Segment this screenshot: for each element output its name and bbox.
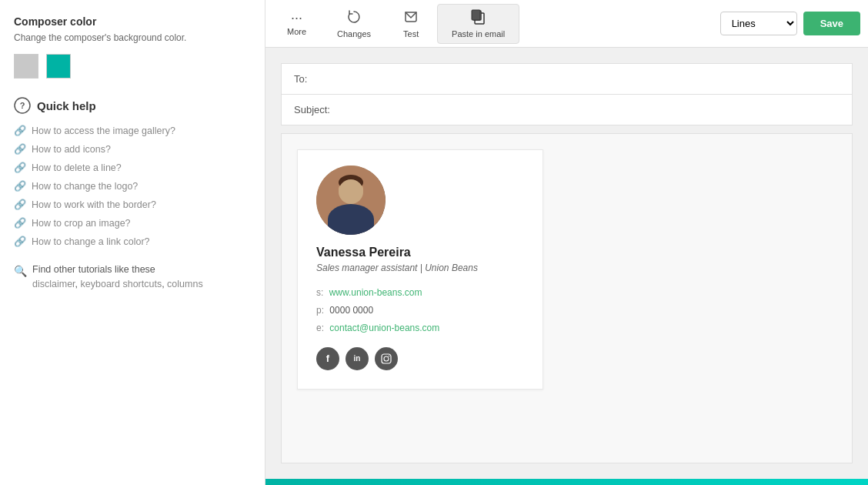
composer-color-section: Composer color Change the composer's bac…	[14, 15, 251, 79]
help-link-delete-line[interactable]: How to delete a line?	[32, 162, 122, 173]
lines-select[interactable]: Lines	[720, 12, 797, 35]
sig-website-label: s:	[316, 287, 323, 298]
paste-icon	[471, 9, 486, 27]
tutorial-link-columns[interactable]: columns	[167, 279, 203, 289]
sig-phone-number: 0000 0000	[329, 305, 373, 316]
svg-rect-10	[382, 354, 391, 363]
color-swatches	[14, 54, 251, 79]
sig-email-label: e:	[316, 323, 324, 333]
link-icon-4: 🔗	[14, 180, 26, 192]
quick-help-icon: ?	[14, 97, 31, 114]
help-link-image-gallery[interactable]: How to access the image gallery?	[32, 125, 175, 136]
find-tutorials: 🔍 Find other tutorials like these discla…	[14, 263, 251, 292]
color-swatch-teal[interactable]	[46, 54, 71, 79]
more-label: More	[287, 27, 306, 36]
sig-name: Vanessa Pereira	[316, 246, 524, 259]
color-swatch-gray[interactable]	[14, 54, 38, 79]
tutorial-link-keyboard-shortcuts[interactable]: keyboard shortcuts	[81, 279, 162, 289]
changes-icon	[346, 9, 362, 27]
svg-point-11	[384, 356, 389, 361]
subject-field[interactable]: Subject:	[281, 94, 853, 125]
find-tutorials-text: Find other tutorials like these disclaim…	[32, 263, 203, 292]
svg-point-9	[339, 175, 363, 190]
link-icon-3: 🔗	[14, 162, 26, 173]
toolbar-more-button[interactable]: ··· More	[273, 6, 320, 41]
sidebar: Composer color Change the composer's bac…	[0, 0, 265, 485]
to-label: To:	[294, 73, 307, 85]
to-field[interactable]: To:	[281, 63, 853, 94]
sig-website-url[interactable]: www.union-beans.com	[329, 287, 422, 298]
svg-text:?: ?	[20, 101, 25, 110]
quick-help-header: ? Quick help	[14, 97, 251, 114]
toolbar-changes-button[interactable]: Changes	[323, 5, 385, 43]
help-link-item: 🔗 How to delete a line?	[14, 162, 251, 173]
avatar-svg	[316, 166, 386, 235]
help-link-change-logo[interactable]: How to change the logo?	[32, 181, 138, 192]
help-link-link-color[interactable]: How to change a link color?	[32, 236, 150, 247]
toolbar-paste-button[interactable]: Paste in email	[437, 4, 519, 44]
link-icon-2: 🔗	[14, 143, 26, 155]
signature-preview: Vanessa Pereira Sales manager assistant …	[281, 133, 853, 463]
help-link-item: 🔗 How to change the logo?	[14, 180, 251, 192]
bottom-bar	[265, 479, 868, 485]
help-link-crop-image[interactable]: How to crop an image?	[32, 218, 131, 229]
linkedin-icon[interactable]: in	[346, 347, 369, 370]
paste-label: Paste in email	[452, 29, 505, 38]
facebook-icon[interactable]: f	[316, 347, 339, 370]
sig-avatar-row	[316, 166, 524, 235]
link-icon-1: 🔗	[14, 125, 26, 136]
sig-social: f in	[316, 347, 524, 370]
svg-point-7	[329, 210, 372, 235]
tutorial-link-disclaimer[interactable]: disclaimer	[32, 279, 75, 289]
sig-email: e: contact@union-beans.com	[316, 321, 524, 336]
save-button[interactable]: Save	[803, 12, 860, 35]
subject-label: Subject:	[294, 104, 330, 115]
help-link-item: 🔗 How to change a link color?	[14, 236, 251, 247]
toolbar-nav: ··· More Changes	[273, 4, 519, 44]
signature-card: Vanessa Pereira Sales manager assistant …	[297, 149, 543, 390]
composer-color-desc: Change the composer's background color.	[14, 32, 251, 43]
toolbar-right: Lines Save	[720, 12, 860, 35]
compose-area: To: Subject:	[265, 48, 868, 479]
link-icon-6: 🔗	[14, 217, 26, 229]
composer-color-title: Composer color	[14, 15, 251, 28]
quick-help-title: Quick help	[37, 99, 96, 112]
svg-rect-4	[472, 10, 480, 20]
sig-website: s: www.union-beans.com	[316, 286, 524, 300]
search-icon: 🔍	[14, 263, 27, 279]
toolbar: ··· More Changes	[265, 0, 868, 48]
more-icon: ···	[291, 11, 302, 25]
help-link-add-icons[interactable]: How to add icons?	[32, 144, 111, 155]
help-link-border[interactable]: How to work with the border?	[32, 199, 156, 210]
svg-point-8	[340, 179, 362, 201]
sig-phone: p: 0000 0000	[316, 303, 524, 318]
sig-title: Sales manager assistant | Union Beans	[316, 263, 524, 273]
svg-point-12	[389, 355, 390, 356]
sig-email-address[interactable]: contact@union-beans.com	[329, 323, 439, 333]
help-link-item: 🔗 How to crop an image?	[14, 217, 251, 229]
test-icon	[403, 9, 419, 27]
help-links-list: 🔗 How to access the image gallery? 🔗 How…	[14, 125, 251, 247]
help-link-item: 🔗 How to access the image gallery?	[14, 125, 251, 136]
main-content: ··· More Changes	[265, 0, 868, 485]
help-link-item: 🔗 How to add icons?	[14, 143, 251, 155]
help-link-item: 🔗 How to work with the border?	[14, 199, 251, 210]
sig-phone-label: p:	[316, 305, 324, 316]
changes-label: Changes	[337, 29, 371, 38]
sig-avatar	[316, 166, 386, 235]
instagram-icon[interactable]	[375, 347, 398, 370]
link-icon-7: 🔗	[14, 236, 26, 247]
test-label: Test	[403, 29, 419, 38]
toolbar-test-button[interactable]: Test	[388, 5, 434, 43]
link-icon-5: 🔗	[14, 199, 26, 210]
